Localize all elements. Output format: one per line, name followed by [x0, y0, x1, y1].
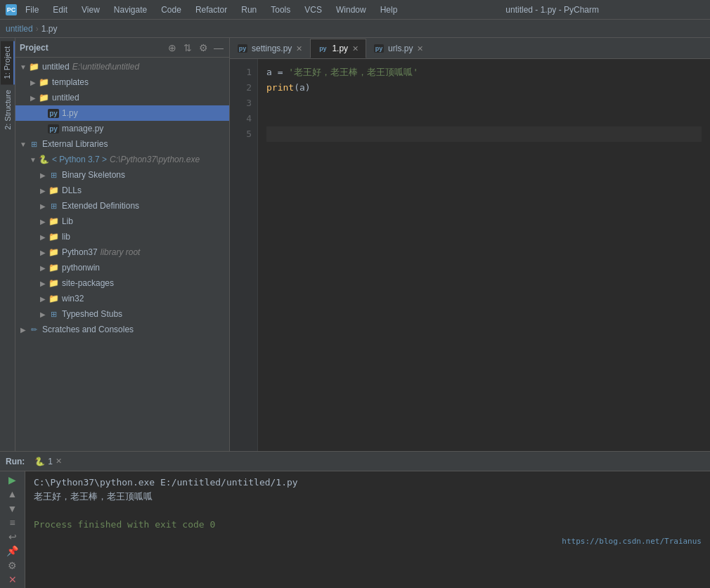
menu-navigate[interactable]: Navigate [111, 4, 150, 16]
run-play-btn[interactable]: ▶ [5, 474, 20, 485]
folder-icon: 📁 [38, 92, 49, 103]
tree-label-1py: 1.py [62, 108, 78, 118]
code-content[interactable]: a = '老王好，老王棒，老王顶呱呱' print(a) [258, 59, 710, 451]
tree-item-managepy[interactable]: py manage.py [15, 121, 229, 136]
breadcrumb-untitled[interactable]: untitled [6, 24, 33, 34]
line-numbers: 1 2 3 4 5 [230, 59, 258, 451]
tree-label-extended-defs: Extended Definitions [62, 201, 139, 211]
tree-item-scratches[interactable]: ▶ ✏ Scratches and Consoles [15, 322, 229, 337]
arrow-icon: ▶ [38, 202, 48, 210]
code-editor[interactable]: 1 2 3 4 5 a = '老王好，老王棒，老王顶呱呱' print(a) [230, 59, 710, 451]
tree-label-external-libs: External Libraries [42, 139, 108, 149]
tree-label-untitled-root: untitled [42, 62, 70, 72]
1py-file-icon: py [318, 44, 328, 53]
python-icon: 🐍 [38, 154, 49, 165]
sidebar-tree: ▼ 📁 untitled E:\untitled\untitled ▶ 📁 te… [15, 58, 229, 451]
menu-code[interactable]: Code [158, 4, 184, 16]
run-wrap-btn[interactable]: ↩ [5, 531, 20, 542]
app-icon: PC [6, 4, 17, 15]
tree-item-lib-cap[interactable]: ▶ 📁 Lib [15, 214, 229, 229]
tree-label-python37: < Python 3.7 > [52, 155, 107, 164]
run-tab-close[interactable]: ✕ [56, 457, 62, 466]
tree-item-python37[interactable]: ▼ 🐍 < Python 3.7 > C:\Python37\python.ex… [15, 152, 229, 167]
tree-item-untitled-sub[interactable]: ▶ 📁 untitled [15, 90, 229, 105]
sidebar-settings-btn[interactable]: ⚙ [197, 41, 209, 54]
settings-file-icon: py [238, 44, 247, 53]
menu-vcs[interactable]: VCS [302, 4, 325, 16]
tree-item-extended-defs[interactable]: ▶ ⊞ Extended Definitions [15, 198, 229, 214]
editor-tabs: py settings.py ✕ py 1.py ✕ py urls.py ✕ [230, 38, 710, 59]
tree-item-pythonwin[interactable]: ▶ 📁 pythonwin [15, 260, 229, 275]
sidebar-sort-btn[interactable]: ⇅ [181, 41, 194, 54]
menu-bar[interactable]: File Edit View Navigate Code Refactor Ru… [22, 4, 400, 16]
tree-item-lib[interactable]: ▶ 📁 lib [15, 229, 229, 244]
run-output: C:\Python37\python.exe E:/untitled/untit… [25, 471, 710, 588]
run-cmd-line: C:\Python37\python.exe E:/untitled/untit… [34, 476, 702, 490]
menu-refactor[interactable]: Refactor [193, 4, 230, 16]
tab-settings[interactable]: py settings.py ✕ [230, 39, 310, 58]
tree-item-site-packages[interactable]: ▶ 📁 site-packages [15, 275, 229, 291]
folder-icon: 📁 [48, 262, 59, 273]
arrow-icon: ▶ [38, 233, 48, 241]
tree-label-python-path: C:\Python37\python.exe [110, 155, 200, 164]
tab-urls[interactable]: py urls.py ✕ [366, 39, 431, 58]
run-down-btn[interactable]: ▼ [5, 503, 20, 514]
tab-1py-close[interactable]: ✕ [352, 44, 359, 53]
run-pin-btn[interactable]: 📌 [5, 545, 20, 556]
code-line-1: a = '老王好，老王棒，老王顶呱呱' [266, 65, 702, 80]
folder-icon: 📁 [38, 77, 49, 88]
folder-icon: 📁 [28, 61, 39, 72]
tree-label-python37-root: Python37 [62, 247, 98, 257]
lib-icon: ⊞ [48, 200, 59, 211]
menu-file[interactable]: File [22, 4, 41, 16]
sidebar-collapse-btn[interactable]: — [212, 41, 225, 54]
tree-label-dlls: DLLs [62, 185, 82, 195]
arrow-icon: ▶ [38, 187, 48, 195]
run-tab-1[interactable]: 🐍 1 ✕ [30, 455, 66, 468]
arrow-icon: ▶ [38, 311, 48, 318]
title-bar: PC File Edit View Navigate Code Refactor… [0, 0, 710, 20]
tab-1py[interactable]: py 1.py ✕ [310, 39, 366, 58]
folder-icon: 📁 [48, 185, 59, 196]
menu-tools[interactable]: Tools [268, 4, 293, 16]
run-label: Run: [6, 457, 25, 466]
tree-item-python37-root[interactable]: ▶ 📁 Python37 library root [15, 244, 229, 260]
tree-item-dlls[interactable]: ▶ 📁 DLLs [15, 183, 229, 198]
tree-item-typeshed[interactable]: ▶ ⊞ Typeshed Stubs [15, 306, 229, 322]
tree-item-1py[interactable]: py 1.py [15, 105, 229, 121]
menu-edit[interactable]: Edit [50, 4, 70, 16]
tab-urls-close[interactable]: ✕ [417, 44, 423, 53]
tree-item-binary-skeletons[interactable]: ▶ ⊞ Binary Skeletons [15, 167, 229, 183]
folder-icon: 📁 [48, 277, 59, 289]
tree-label-typeshed: Typeshed Stubs [62, 309, 122, 319]
arrow-icon: ▼ [18, 63, 28, 71]
run-list-btn[interactable]: ≡ [5, 517, 20, 528]
menu-window[interactable]: Window [333, 4, 369, 16]
menu-help[interactable]: Help [377, 4, 401, 16]
sidebar: Project ⊕ ⇅ ⚙ — ▼ 📁 untitled E:\untitled… [15, 38, 230, 451]
run-up-btn[interactable]: ▲ [5, 488, 20, 499]
run-finish-line: Process finished with exit code 0 [34, 518, 702, 532]
tree-item-root[interactable]: ▼ 📁 untitled E:\untitled\untitled [15, 59, 229, 74]
run-panel: Run: 🐍 1 ✕ ▶ ▲ ▼ ≡ ↩ 📌 ⚙ ✕ C:\Python37\p… [0, 451, 710, 588]
side-tab-project[interactable]: 1: Project [1, 41, 15, 84]
sidebar-toolbar-label: Project [20, 43, 163, 53]
tab-settings-close[interactable]: ✕ [296, 44, 302, 53]
menu-view[interactable]: View [79, 4, 103, 16]
tree-label-pythonwin: pythonwin [62, 263, 100, 273]
tree-item-external-libs[interactable]: ▼ ⊞ External Libraries [15, 136, 229, 152]
ext-libs-icon: ⊞ [28, 138, 39, 150]
tree-item-templates[interactable]: ▶ 📁 templates [15, 74, 229, 90]
side-tab-structure[interactable]: 2: Structure [1, 84, 14, 136]
code-line-2: print(a) [266, 80, 702, 96]
urls-file-icon: py [374, 44, 384, 53]
menu-run[interactable]: Run [238, 4, 259, 16]
window-title: untitled - 1.py - PyCharm [400, 5, 704, 15]
run-settings-btn[interactable]: ⚙ [5, 560, 20, 571]
run-close-btn[interactable]: ✕ [5, 574, 20, 585]
sidebar-add-btn[interactable]: ⊕ [166, 41, 179, 54]
tree-label-site-packages: site-packages [62, 278, 114, 288]
tree-item-win32[interactable]: ▶ 📁 win32 [15, 291, 229, 306]
run-tab-label: 1 [48, 457, 53, 466]
tree-label-library-root: library root [101, 247, 141, 257]
